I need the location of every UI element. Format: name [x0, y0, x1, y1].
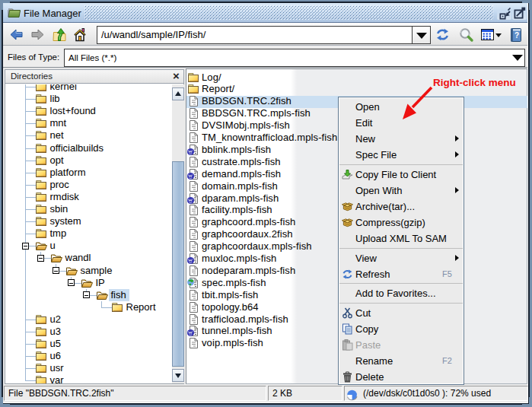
svg-text:?: ? — [514, 31, 519, 40]
